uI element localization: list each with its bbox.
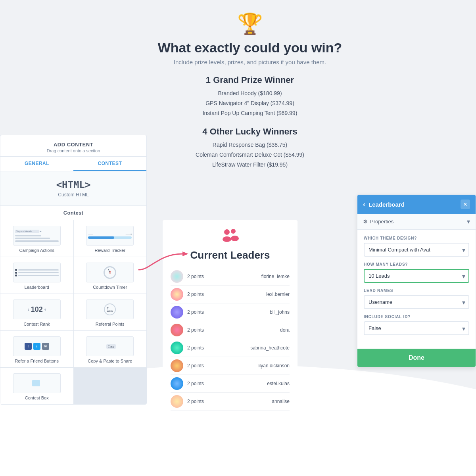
sidebar-header: ADD CONTENT Drag content onto a section xyxy=(0,135,146,157)
social-id-label: INCLUDE SOCIAL ID? xyxy=(364,315,469,319)
leader-name: florine_lemke xyxy=(261,274,290,279)
leader-points: 2 points xyxy=(187,381,267,386)
close-button[interactable]: ✕ xyxy=(461,200,470,209)
contest-item-label: Contest Rank xyxy=(23,322,50,326)
leaders-title: Current Leaders xyxy=(171,249,290,261)
grand-prize-item-2: GPS Navigator 4" Display ($374.99) xyxy=(203,98,298,108)
sidebar-header-title: ADD CONTENT xyxy=(5,142,142,148)
trophy-icon: 🏆 xyxy=(237,12,263,36)
leader-row: 2 points lilyan.dickinson xyxy=(171,357,290,375)
leader-row: 2 points annalise xyxy=(171,393,290,411)
leader-row: 2 points sabrina_heathcote xyxy=(171,339,290,357)
contest-item-leaderboard[interactable]: Leaderboard xyxy=(0,257,73,294)
leader-avatar xyxy=(171,324,183,336)
contest-rank-preview: 1 102 4 xyxy=(13,299,61,319)
leaders-icon xyxy=(171,228,290,246)
contest-grid: To your friends ▶ Campaign Actions —— ——… xyxy=(0,220,146,404)
tab-general[interactable]: GENERAL xyxy=(0,157,73,171)
panel-body: WHICH THEME DESIGN? Minimal Compact with… xyxy=(357,230,476,347)
grand-prize-item-3: Instant Pop Up Camping Tent ($69.99) xyxy=(203,108,298,118)
twitter-preview-icon: t xyxy=(33,343,40,350)
leader-row: 2 points dora xyxy=(171,321,290,339)
leads-select[interactable]: 10 Leads xyxy=(364,269,469,283)
hero-subtitle: Include prize levels, prizes, and pictur… xyxy=(174,59,326,65)
leader-name: annalise xyxy=(272,399,290,404)
leader-avatar xyxy=(171,395,183,408)
leader-points: 2 points xyxy=(187,345,250,351)
contest-item-label: Countdown Timer xyxy=(93,285,127,290)
html-tag: <HTML> xyxy=(56,179,91,190)
properties-row[interactable]: ⚙ Properties ▾ xyxy=(357,214,476,230)
contest-item-referral-points[interactable]: 7 points Referral Points xyxy=(74,294,147,330)
contest-item-contest-rank[interactable]: 1 102 4 Contest Rank xyxy=(0,294,73,330)
contest-item-label: Copy & Paste to Share xyxy=(88,359,132,363)
panel-header: ‹ Leaderboard ✕ xyxy=(357,195,476,214)
contest-item-label: Referral Points xyxy=(96,322,125,326)
leaderboard-preview xyxy=(13,263,61,282)
leader-points: 2 points xyxy=(187,363,257,369)
grand-prize-section: 1 Grand Prize Winner Branded Hoody ($180… xyxy=(203,75,298,119)
countdown-preview: ⏰ xyxy=(86,263,134,282)
lead-names-select-wrapper: Username xyxy=(364,295,469,309)
html-block[interactable]: <HTML> Custom HTML xyxy=(0,171,146,206)
contest-item-campaign-actions[interactable]: To your friends ▶ Campaign Actions xyxy=(0,220,73,257)
contest-box-preview xyxy=(13,373,61,393)
leader-row: 2 points lexi.bernier xyxy=(171,286,290,303)
contest-item-label: Reward Tracker xyxy=(94,248,125,253)
other-prize-title: 4 Other Lucky Winners xyxy=(196,127,304,137)
leader-name: lilyan.dickinson xyxy=(257,363,290,369)
add-content-sidebar: ADD CONTENT Drag content onto a section … xyxy=(0,135,147,405)
other-prize-item-2: Coleman Comfortsmart Deluxe Cot ($54.99) xyxy=(196,150,304,160)
leader-avatar xyxy=(171,288,183,301)
leader-name: bill_johns xyxy=(270,309,290,315)
contest-item-reward-tracker[interactable]: —— ——● Reward Tracker xyxy=(74,220,147,257)
contest-item-refer-friend[interactable]: f t ✉ Refer a Friend Buttons xyxy=(0,331,73,367)
leader-name: lexi.bernier xyxy=(266,292,290,297)
leader-points: 2 points xyxy=(187,274,261,279)
contest-item-countdown-timer[interactable]: ⏰ Countdown Timer xyxy=(74,257,147,294)
leader-name: sabrina_heathcote xyxy=(250,345,290,351)
copy-paste-preview: Copy xyxy=(86,336,134,356)
svg-point-1 xyxy=(224,229,230,235)
leads-select-wrapper: 10 Leads xyxy=(364,269,469,283)
leader-points: 2 points xyxy=(187,309,270,315)
reward-tracker-preview: —— ——● xyxy=(86,226,134,246)
grand-prize-item-1: Branded Hoody ($180.99) xyxy=(203,88,298,98)
leader-points: 2 points xyxy=(187,327,280,333)
lead-names-select[interactable]: Username xyxy=(364,295,469,309)
social-id-select[interactable]: False xyxy=(364,321,469,335)
other-prize-item-1: Rapid Response Bag ($38.75) xyxy=(196,140,304,150)
gear-icon: ⚙ xyxy=(363,219,368,225)
properties-label: ⚙ Properties xyxy=(363,219,393,225)
campaign-actions-preview: To your friends ▶ xyxy=(13,226,61,246)
back-icon[interactable]: ‹ xyxy=(363,200,365,209)
contest-item-copy-paste[interactable]: Copy Copy & Paste to Share xyxy=(74,331,147,367)
theme-design-select[interactable]: Minimal Compact with Avat xyxy=(364,243,469,257)
tab-contest[interactable]: CONTEST xyxy=(73,157,146,171)
leader-avatar xyxy=(171,342,183,354)
theme-design-select-wrapper: Minimal Compact with Avat xyxy=(364,243,469,257)
theme-design-field: WHICH THEME DESIGN? Minimal Compact with… xyxy=(364,236,469,257)
leader-name: dora xyxy=(280,327,290,333)
done-button[interactable]: Done xyxy=(357,349,476,367)
contest-section-label: Contest xyxy=(0,206,146,220)
contest-item-label: Leaderboard xyxy=(25,285,49,290)
leader-row: 2 points bill_johns xyxy=(171,303,290,321)
email-preview-icon: ✉ xyxy=(42,343,49,350)
svg-point-4 xyxy=(231,236,239,241)
svg-point-3 xyxy=(231,229,236,234)
other-prize-item-3: LifeStraw Water Filter ($19.95) xyxy=(196,160,304,170)
leader-avatar xyxy=(171,359,183,372)
properties-panel: ‹ Leaderboard ✕ ⚙ Properties ▾ WHICH THE… xyxy=(357,194,476,367)
leader-row: 2 points estel.kulas xyxy=(171,375,290,393)
contest-item-contest-box[interactable]: Contest Box xyxy=(0,368,73,404)
facebook-preview-icon: f xyxy=(25,343,32,350)
svg-point-2 xyxy=(223,236,231,242)
panel-header-left: ‹ Leaderboard xyxy=(363,200,405,209)
chevron-down-icon: ▾ xyxy=(467,218,470,225)
properties-text: Properties xyxy=(370,219,393,225)
hero-title: What exactly could you win? xyxy=(158,40,342,56)
leader-name: estel.kulas xyxy=(267,381,290,386)
social-id-field: INCLUDE SOCIAL ID? False xyxy=(364,315,469,335)
referral-points-preview: 7 points xyxy=(86,299,134,319)
